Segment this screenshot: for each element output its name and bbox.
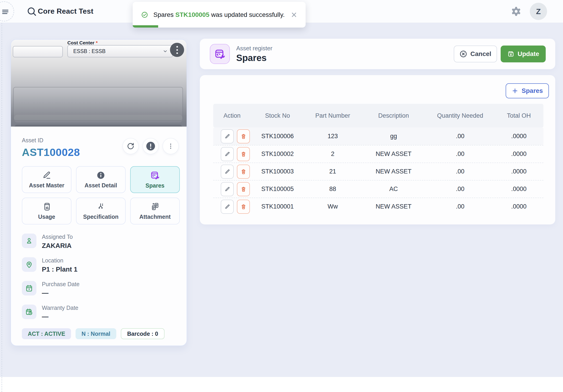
tab-specification[interactable]: Specification xyxy=(76,197,126,224)
alert-icon xyxy=(145,141,156,151)
media-text-input xyxy=(13,46,63,57)
edit-row-button[interactable] xyxy=(221,147,234,161)
status-badge-barcode: Barcode : 0 xyxy=(121,328,165,339)
gear-icon xyxy=(511,6,522,17)
user-avatar[interactable]: Z xyxy=(530,3,547,20)
usage-icon xyxy=(42,202,51,211)
refresh-icon xyxy=(127,142,134,150)
toast-message: Spares STK100005 was updated successfull… xyxy=(154,11,285,18)
cost-center-value: ESSB : ESSB xyxy=(73,48,106,54)
topbar-actions: Z xyxy=(511,0,547,23)
edit-row-button[interactable] xyxy=(221,165,234,179)
delete-row-button[interactable] xyxy=(237,129,250,144)
pencil-icon xyxy=(224,204,230,210)
cost-center-label: Cost Center* xyxy=(67,40,98,46)
plus-icon xyxy=(512,87,518,94)
location-pin-icon xyxy=(22,257,36,272)
media-kebab-button[interactable] xyxy=(170,43,184,57)
specification-icon xyxy=(96,202,105,211)
tab-asset-detail[interactable]: Asset Detail xyxy=(76,166,126,193)
delete-row-button[interactable] xyxy=(237,182,250,196)
update-button[interactable]: Update xyxy=(501,46,546,62)
pencil-icon xyxy=(224,151,230,157)
pencil-icon xyxy=(224,186,230,192)
chevron-down-icon xyxy=(163,49,168,54)
more-options-button[interactable] xyxy=(163,138,179,154)
delete-row-button[interactable] xyxy=(237,147,250,161)
settings-gear-button[interactable] xyxy=(511,6,522,17)
header-description: Description xyxy=(361,112,426,119)
save-icon xyxy=(507,50,514,58)
hamburger-icon xyxy=(1,8,10,16)
info-row-location: LocationP1 : Plant 1 xyxy=(22,257,179,273)
avatar-initial: Z xyxy=(536,7,541,16)
tab-usage[interactable]: Usage xyxy=(22,197,71,224)
pencil-icon xyxy=(224,169,230,175)
trash-icon xyxy=(241,133,246,139)
calendar-icon xyxy=(22,281,36,296)
table-row: STK100002 2 NEW ASSET .00 .0000 xyxy=(213,145,543,163)
spares-table: Action Stock No Part Number Description … xyxy=(213,104,543,215)
asset-card-body: Asset ID AST100028 xyxy=(11,127,187,339)
spares-icon xyxy=(150,170,160,180)
asset-id-value: AST100028 xyxy=(22,146,80,158)
table-row: STK100003 21 NEW ASSET .00 .0000 xyxy=(213,163,543,180)
table-row: STK100005 88 AC .00 .0000 xyxy=(213,180,543,197)
spares-module-icon xyxy=(210,44,230,64)
table-row: STK100006 123 gg .00 .0000 xyxy=(213,128,543,145)
panel-header-card: Asset register Spares Cancel Update xyxy=(200,39,555,69)
pen-icon xyxy=(42,171,51,180)
spares-table-card: Spares Action Stock No Part Number Descr… xyxy=(200,75,555,224)
calendar-clock-icon xyxy=(22,305,36,319)
edit-row-button[interactable] xyxy=(221,129,234,144)
table-row: STK100001 Ww NEW ASSET .00 .0000 xyxy=(213,197,543,215)
header-stock-no: Stock No xyxy=(251,112,304,119)
trash-icon xyxy=(241,186,246,192)
header-quantity-needed: Quantity Needed xyxy=(426,112,494,119)
toast-notification: Spares STK100005 was updated successfull… xyxy=(133,2,306,27)
page-title: Core React Test xyxy=(38,7,93,15)
asset-summary-card: Cost Center* ESSB : ESSB Asset ID AST100… xyxy=(11,39,187,346)
toast-suffix: was updated successfully. xyxy=(211,11,285,18)
toast-prefix: Spares xyxy=(154,11,174,18)
info-row-assigned-to: Assigned ToZAKARIA xyxy=(22,234,179,249)
asset-quick-actions xyxy=(122,138,179,154)
info-icon xyxy=(96,171,105,180)
toast-progress-bar xyxy=(133,25,158,27)
asset-info-list: Assigned ToZAKARIA LocationP1 : Plant 1 … xyxy=(22,234,179,321)
cancel-button[interactable]: Cancel xyxy=(454,46,497,62)
trash-icon xyxy=(241,151,246,157)
person-icon xyxy=(22,234,36,248)
status-badge-condition: N : Normal xyxy=(76,328,116,339)
tab-asset-master[interactable]: Asset Master xyxy=(22,166,71,193)
delete-row-button[interactable] xyxy=(237,200,250,214)
asset-id-label: Asset ID xyxy=(22,137,80,144)
trash-icon xyxy=(241,204,246,210)
close-icon xyxy=(290,11,298,19)
attachment-icon xyxy=(150,202,160,211)
header-action: Action xyxy=(213,112,251,119)
table-header-row: Action Stock No Part Number Description … xyxy=(213,104,543,128)
circle-x-icon xyxy=(460,50,467,58)
alert-button[interactable] xyxy=(142,138,159,154)
refresh-button[interactable] xyxy=(122,138,139,154)
toast-close-button[interactable] xyxy=(290,11,298,19)
info-row-purchase-date: Purchase Date— xyxy=(22,281,179,297)
search-button[interactable] xyxy=(26,6,37,17)
toast-highlight: STK100005 xyxy=(176,11,209,18)
success-check-icon xyxy=(141,10,148,20)
edit-row-button[interactable] xyxy=(221,182,234,196)
sidebar-toggle-button[interactable] xyxy=(0,1,14,21)
panel-title: Spares xyxy=(236,53,272,63)
header-total-oh: Total OH xyxy=(494,112,543,119)
delete-row-button[interactable] xyxy=(237,165,250,179)
add-spares-button[interactable]: Spares xyxy=(506,83,549,98)
edit-row-button[interactable] xyxy=(221,200,234,214)
pencil-icon xyxy=(224,133,230,139)
collapsed-sidebar-divider xyxy=(1,0,2,392)
cost-center-select[interactable]: ESSB : ESSB xyxy=(67,45,173,57)
media-band xyxy=(14,115,182,122)
tab-attachment[interactable]: Attachment xyxy=(130,197,180,224)
header-part-number: Part Number xyxy=(304,112,361,119)
tab-spares[interactable]: Spares xyxy=(130,166,180,193)
